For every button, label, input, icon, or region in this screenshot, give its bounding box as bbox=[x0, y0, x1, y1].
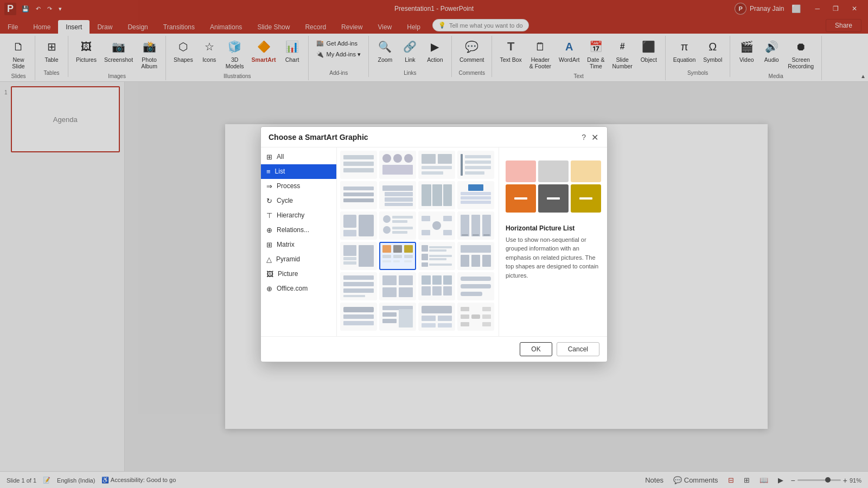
svg-rect-47 bbox=[462, 234, 468, 236]
graphics-row-5 bbox=[340, 272, 495, 300]
category-hierarchy[interactable]: ⊤ Hierarchy bbox=[261, 208, 336, 223]
svg-rect-42 bbox=[422, 230, 430, 235]
graphic-titled-matrix[interactable] bbox=[379, 272, 416, 300]
category-hierarchy-label: Hierarchy bbox=[277, 211, 304, 219]
category-cycle[interactable]: ↻ Cycle bbox=[261, 194, 336, 208]
graphic-titled-pic-blocks[interactable] bbox=[418, 272, 455, 300]
graphic-text-list[interactable] bbox=[457, 151, 494, 179]
svg-rect-9 bbox=[422, 166, 452, 169]
graphic-continuous-block[interactable] bbox=[340, 303, 377, 331]
svg-rect-27 bbox=[461, 192, 491, 195]
graphic-v-box-list[interactable] bbox=[418, 303, 455, 331]
v-box-list-preview bbox=[420, 305, 453, 329]
svg-rect-37 bbox=[392, 227, 413, 229]
svg-rect-89 bbox=[461, 277, 491, 281]
preview-dash-2 bbox=[547, 197, 560, 200]
pyramid-icon: △ bbox=[266, 255, 272, 264]
svg-rect-78 bbox=[343, 295, 365, 297]
horizontal-picture-list-preview bbox=[381, 244, 414, 268]
graphic-snaking-list[interactable] bbox=[457, 272, 494, 300]
svg-rect-92 bbox=[343, 307, 374, 312]
svg-rect-49 bbox=[483, 234, 490, 236]
svg-rect-20 bbox=[385, 192, 413, 196]
dialog-ok-button[interactable]: OK bbox=[520, 342, 552, 356]
svg-rect-16 bbox=[343, 187, 374, 190]
category-list-item[interactable]: ≡ List bbox=[261, 164, 336, 179]
graphic-stacked-list[interactable] bbox=[379, 181, 416, 209]
trapezoid-list-preview bbox=[459, 214, 492, 237]
svg-rect-13 bbox=[465, 160, 491, 164]
svg-rect-60 bbox=[382, 260, 391, 262]
svg-point-5 bbox=[404, 154, 413, 163]
text-list-preview bbox=[459, 153, 492, 177]
process-icon: ⇒ bbox=[266, 182, 272, 190]
svg-rect-102 bbox=[422, 323, 436, 328]
svg-rect-23 bbox=[422, 184, 431, 206]
svg-rect-77 bbox=[343, 288, 374, 293]
graphic-tab-list[interactable] bbox=[379, 303, 416, 331]
svg-rect-100 bbox=[422, 316, 436, 321]
graphic-picture-list[interactable] bbox=[418, 151, 455, 179]
graphic-v-picture-list[interactable] bbox=[340, 272, 377, 300]
preview-cell-gray bbox=[538, 160, 569, 182]
svg-rect-17 bbox=[343, 192, 374, 196]
svg-rect-97 bbox=[382, 319, 397, 323]
svg-rect-110 bbox=[482, 322, 491, 326]
block-list-preview bbox=[381, 153, 414, 177]
svg-rect-70 bbox=[429, 264, 452, 266]
picture-caption-preview bbox=[342, 244, 375, 268]
svg-rect-30 bbox=[343, 215, 356, 228]
preview-gold bbox=[571, 184, 601, 213]
preview-description: Use to show non-sequential or grouped in… bbox=[506, 235, 601, 280]
category-pyramid-label: Pyramid bbox=[276, 255, 300, 263]
svg-rect-10 bbox=[422, 171, 443, 175]
graphic-h-bullet[interactable] bbox=[340, 181, 377, 209]
preview-panel: Horizontal Picture List Use to show non-… bbox=[499, 147, 607, 336]
svg-rect-98 bbox=[399, 309, 413, 328]
graphics-row-3 bbox=[340, 211, 495, 240]
svg-rect-43 bbox=[443, 230, 452, 235]
category-office[interactable]: ⊕ Office.com bbox=[261, 281, 336, 296]
category-process[interactable]: ⇒ Process bbox=[261, 179, 336, 194]
graphic-h-hierarchy[interactable] bbox=[457, 303, 494, 331]
matrix-icon: ⊞ bbox=[266, 241, 272, 249]
graphic-block-list[interactable] bbox=[379, 151, 416, 179]
svg-rect-18 bbox=[343, 198, 374, 202]
category-picture[interactable]: 🖼 Picture bbox=[261, 267, 336, 281]
category-list: ⊞ All ≡ List ⇒ Process ↻ Cycle ⊤ Hiera bbox=[261, 147, 337, 336]
svg-rect-72 bbox=[461, 255, 469, 267]
graphics-row-6 bbox=[340, 303, 495, 331]
category-process-label: Process bbox=[277, 182, 300, 190]
svg-rect-45 bbox=[471, 215, 480, 236]
graphic-grouped-list[interactable] bbox=[379, 211, 416, 240]
svg-rect-64 bbox=[429, 246, 452, 248]
category-relationship-label: Relations... bbox=[277, 226, 309, 234]
svg-rect-65 bbox=[429, 249, 446, 252]
graphic-basic-list[interactable] bbox=[340, 151, 377, 179]
smartart-dialog: Choose a SmartArt Graphic ? ✕ ⊞ All ≡ Li… bbox=[260, 126, 608, 362]
dialog-help-button[interactable]: ? bbox=[582, 133, 586, 142]
svg-rect-35 bbox=[392, 220, 407, 223]
svg-rect-0 bbox=[343, 155, 374, 159]
graphic-h-labeled[interactable] bbox=[418, 181, 455, 209]
svg-rect-53 bbox=[359, 245, 374, 267]
svg-rect-29 bbox=[461, 201, 491, 204]
svg-rect-14 bbox=[465, 166, 491, 169]
category-matrix[interactable]: ⊞ Matrix bbox=[261, 237, 336, 252]
graphic-multi-dir[interactable] bbox=[340, 211, 377, 240]
category-all[interactable]: ⊞ All bbox=[261, 150, 336, 164]
h-bullet-preview bbox=[342, 183, 375, 207]
graphic-horizontal-picture-list[interactable] bbox=[379, 242, 416, 270]
graphic-trapezoid-list[interactable] bbox=[457, 211, 494, 240]
preview-color-row2 bbox=[506, 184, 601, 213]
category-relationship[interactable]: ⊕ Relations... bbox=[261, 223, 336, 237]
h-labeled-preview bbox=[420, 183, 453, 207]
dialog-close-button[interactable]: ✕ bbox=[590, 132, 599, 143]
graphic-picture-caption[interactable] bbox=[340, 242, 377, 270]
category-pyramid[interactable]: △ Pyramid bbox=[261, 252, 336, 267]
dialog-cancel-button[interactable]: Cancel bbox=[557, 342, 599, 356]
graphic-radial-list[interactable] bbox=[418, 211, 455, 240]
graphic-picture-strips[interactable] bbox=[457, 242, 494, 270]
graphic-square-accent[interactable] bbox=[418, 242, 455, 270]
graphic-vertical-block[interactable] bbox=[457, 181, 494, 209]
